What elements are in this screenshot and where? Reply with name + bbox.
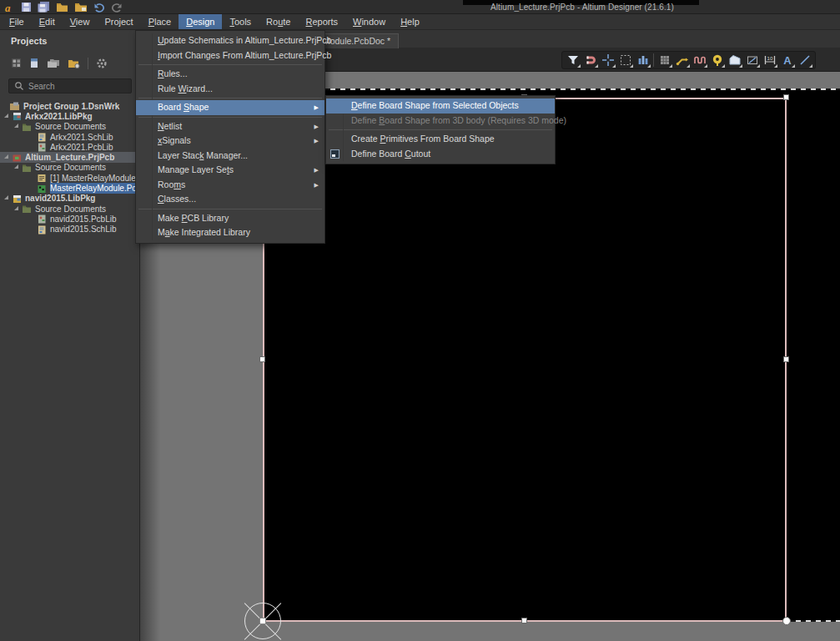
filter-tool-button[interactable] (564, 52, 581, 68)
tree-item-masterrelaymodule-pcbdoc[interactable]: MasterRelayModule.PcbDoc (0, 183, 139, 193)
menu-reports[interactable]: Reports (298, 14, 345, 29)
search-input[interactable]: Search (8, 78, 132, 93)
menu-item-board-shape[interactable]: Board Shape▶ (136, 100, 324, 115)
menu-item-xsignals[interactable]: xSignals▶ (136, 134, 324, 149)
menu-item-make-integrated-library[interactable]: Make Integrated Library (136, 225, 324, 240)
menu-place[interactable]: Place (141, 14, 179, 29)
libpkg-icon (12, 194, 22, 204)
menu-item-layer-stack-manager[interactable]: Layer Stack Manager... (136, 149, 324, 164)
menu-item-define-board-cutout[interactable]: Define Board Cutout (326, 147, 555, 162)
menu-item-update-schematics[interactable]: Update Schematics in Altium_Lecture.PrjP… (136, 33, 324, 48)
redo-icon[interactable] (111, 2, 123, 13)
menu-project[interactable]: Project (97, 14, 140, 29)
board-handle-mid-right[interactable] (783, 356, 789, 362)
pcbdoc-icon (37, 184, 47, 194)
board-handle-bottom-mid[interactable] (521, 618, 527, 623)
text-string-tool-button[interactable]: A (778, 52, 796, 68)
menu-separator (138, 64, 322, 65)
snap-magnet-tool-button[interactable] (581, 52, 599, 68)
tree-item-navid2015-libpkg[interactable]: navid2015.LibPkg (0, 194, 139, 204)
search-placeholder: Search (28, 82, 55, 91)
board-cutout-icon (330, 149, 340, 159)
via-tool-button[interactable] (708, 52, 726, 68)
tree-item-arkx2021-schlib[interactable]: Arkx2021.SchLib (0, 132, 139, 142)
save-all-icon[interactable] (38, 2, 50, 13)
open-project-icon[interactable] (74, 2, 88, 13)
menu-design[interactable]: Design (179, 14, 222, 29)
svg-text:10: 10 (767, 56, 772, 61)
room-tool-button[interactable] (743, 52, 761, 68)
settings-gear-icon[interactable] (96, 58, 108, 69)
open-folder-icon[interactable] (68, 58, 80, 68)
expand-arrow-icon[interactable] (4, 195, 8, 199)
menu-route[interactable]: Route (259, 14, 298, 29)
cursor-crosshair-tool-button[interactable] (599, 52, 616, 68)
menu-item-define-board-shape-from-selected[interactable]: Define Board Shape from Selected Objects (326, 98, 555, 114)
board-handle-bottom-left[interactable] (259, 618, 266, 624)
undo-icon[interactable] (93, 2, 105, 13)
menu-item-make-pcb-library[interactable]: Make PCB Library (136, 211, 324, 226)
via-icon (711, 53, 724, 67)
menu-item-rooms[interactable]: Rooms▶ (136, 178, 324, 193)
dimension-tool-button[interactable]: 10 (761, 52, 778, 68)
folder-icon (22, 122, 32, 132)
cursor-crosshair-icon (601, 53, 615, 67)
menu-tools[interactable]: Tools (222, 14, 259, 29)
structure-view-icon[interactable] (11, 58, 22, 68)
route-wire-tool-button[interactable] (673, 52, 691, 68)
document-icon[interactable] (29, 58, 39, 68)
schdoc-icon (37, 173, 47, 183)
tree-item-source-documents[interactable]: Source Documents (0, 204, 139, 214)
menu-item-import-changes[interactable]: Import Changes From Altium_Lecture.PrjPc… (136, 48, 324, 63)
expand-arrow-icon[interactable] (4, 154, 8, 159)
pad-stack-tool-button[interactable] (634, 52, 651, 68)
board-handle-bottom-right[interactable] (782, 617, 791, 625)
tree-item-navid2015-schlib[interactable]: navid2015.SchLib (0, 225, 139, 235)
board-shape-outline[interactable] (263, 98, 787, 622)
grid-tool-button[interactable] (656, 52, 673, 68)
menu-item-create-primitives-from-board-shape[interactable]: Create Primitives From Board Shape (326, 132, 555, 147)
tree-item-source-documents[interactable]: Source Documents (0, 163, 139, 173)
menu-item-rule-wizard[interactable]: Rule Wizard... (136, 82, 324, 97)
open-document-icon[interactable] (56, 2, 68, 13)
tree-item-arkx2021-libpkg[interactable]: Arkx2021.LibPkg (0, 111, 139, 121)
tree-item-navid2015-pcblib[interactable]: navid2015.PcbLib (0, 214, 139, 224)
menu-help[interactable]: Help (393, 14, 427, 29)
board-handle-mid-left[interactable] (259, 356, 265, 362)
expand-arrow-icon[interactable] (14, 124, 18, 128)
pad-stack-icon (636, 53, 650, 67)
menu-separator (138, 209, 322, 209)
menu-item-netlist[interactable]: Netlist▶ (136, 119, 324, 134)
expand-arrow-icon[interactable] (4, 114, 8, 118)
menu-window[interactable]: Window (345, 14, 393, 29)
menu-item-classes[interactable]: Classes... (136, 192, 324, 207)
submenu-arrow-icon: ▶ (314, 100, 319, 115)
altium-designer-window: { "titlebar": { "title": "Altium_Lecture… (0, 0, 840, 641)
expand-arrow-icon[interactable] (14, 164, 18, 169)
tree-item-altium-lecture-prjpcb[interactable]: Altium_Lecture.PrjPcb (0, 152, 139, 162)
folders-icon[interactable] (47, 58, 60, 68)
board-handle-top-right[interactable] (783, 94, 789, 100)
polygon-pour-tool-button[interactable] (726, 52, 743, 68)
save-icon[interactable] (21, 2, 32, 13)
select-area-tool-button[interactable] (616, 52, 634, 68)
menu-file[interactable]: File (2, 14, 32, 29)
schlib-icon (37, 225, 47, 235)
toolbar-separator (653, 53, 654, 67)
submenu-arrow-icon: ▶ (314, 119, 319, 134)
tree-item-source-documents[interactable]: Source Documents (0, 122, 139, 132)
expand-arrow-icon[interactable] (14, 206, 18, 210)
menu-view[interactable]: View (63, 14, 98, 29)
tree-item-arkx2021-pcblib[interactable]: Arkx2021.PcbLib (0, 142, 139, 152)
line-tool-button[interactable] (796, 52, 813, 68)
menu-item-rules[interactable]: Rules... (136, 67, 324, 82)
tree-item-masterrelaymodule-schdoc[interactable]: [1] MasterRelayModule.SchDoc (0, 173, 139, 183)
submenu-arrow-icon: ▶ (314, 134, 319, 149)
menu-item-manage-layer-sets[interactable]: Manage Layer Sets▶ (136, 163, 324, 178)
route-meander-tool-button[interactable] (691, 52, 708, 68)
tree-item-project-group[interactable]: Project Group 1.DsnWrk (0, 101, 139, 111)
menu-edit[interactable]: Edit (32, 14, 63, 29)
dimension-icon: 10 (763, 53, 777, 67)
route-meander-icon (693, 53, 707, 67)
altium-logo-icon[interactable]: a (4, 2, 15, 13)
